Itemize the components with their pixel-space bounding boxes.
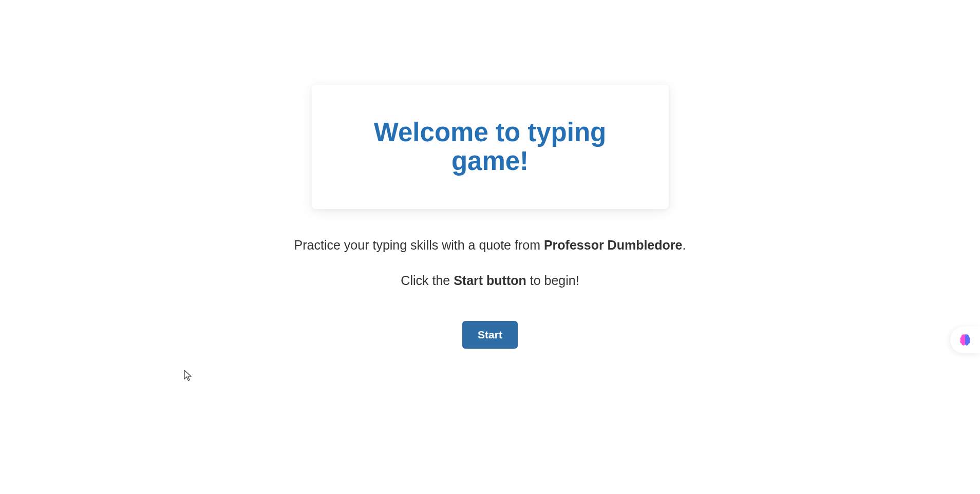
assistant-widget[interactable]	[950, 327, 980, 353]
cursor-icon	[184, 370, 193, 382]
intro-line-1: Practice your typing skills with a quote…	[294, 238, 686, 253]
brain-icon	[958, 333, 972, 347]
intro-line-2: Click the Start button to begin!	[294, 273, 686, 288]
start-button[interactable]: Start	[462, 321, 518, 349]
intro-line-1-bold: Professor Dumbledore	[544, 238, 683, 252]
intro-line-2-post: to begin!	[526, 273, 579, 288]
intro-line-1-post: .	[682, 238, 686, 252]
intro-line-2-bold: Start button	[454, 273, 526, 288]
intro-line-1-pre: Practice your typing skills with a quote…	[294, 238, 544, 252]
page-title: Welcome to typing game!	[343, 118, 638, 176]
intro-line-2-pre: Click the	[401, 273, 454, 288]
title-card: Welcome to typing game!	[312, 85, 669, 209]
intro-section: Practice your typing skills with a quote…	[294, 238, 686, 349]
